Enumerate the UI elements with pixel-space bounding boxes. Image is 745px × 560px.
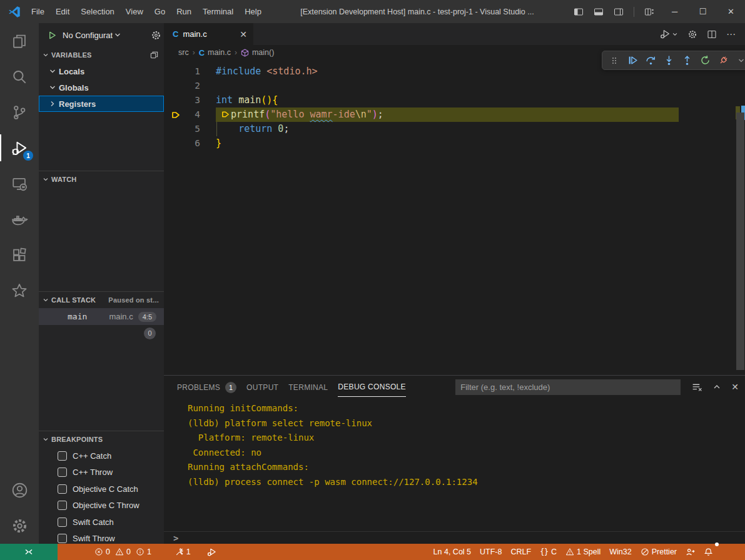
split-editor-icon[interactable] (707, 29, 717, 39)
platform-indicator[interactable]: Win32 (605, 544, 636, 560)
breakpoint-swift-throw[interactable]: Swift Throw (39, 531, 164, 544)
notifications-bell-icon[interactable] (699, 544, 717, 560)
code-line-6[interactable]: 6} (164, 136, 745, 151)
maximize-panel-icon[interactable] (712, 382, 721, 391)
toggle-panel-icon[interactable] (594, 7, 604, 17)
spell-checker-status[interactable]: 1 Spell (561, 544, 605, 560)
minimize-button[interactable]: ─ (661, 0, 689, 23)
step-over-icon[interactable] (644, 54, 657, 68)
call-stack-header[interactable]: CALL STACK Paused on st... (39, 292, 164, 308)
stack-frame-row[interactable]: main main.c 4:5 (39, 308, 164, 325)
menu-terminal[interactable]: Terminal (197, 0, 239, 23)
variables-item-locals[interactable]: Locals (39, 63, 164, 79)
account-icon[interactable] (0, 472, 39, 508)
search-icon[interactable] (0, 59, 39, 94)
customize-layout-icon[interactable] (644, 7, 654, 17)
menu-view[interactable]: View (120, 0, 149, 23)
editor-settings-gear-icon[interactable] (687, 29, 697, 39)
remote-explorer-icon[interactable] (0, 166, 39, 201)
close-panel-icon[interactable]: ✕ (731, 382, 739, 392)
panel-tab-problems[interactable]: PROBLEMS1 (177, 376, 236, 398)
panel-tab-output[interactable]: OUTPUT (246, 378, 278, 397)
glyph-margin[interactable] (164, 79, 188, 93)
toggle-secondary-sidebar-icon[interactable] (614, 7, 624, 17)
breakpoint-objective-c-throw[interactable]: Objective C Throw (39, 498, 164, 514)
continue-icon[interactable] (626, 54, 639, 68)
debug-settings-gear-icon[interactable] (151, 30, 161, 41)
debug-console-input[interactable]: > (164, 531, 745, 544)
checkbox[interactable] (58, 484, 67, 494)
toggle-sidebar-icon[interactable] (574, 7, 584, 17)
cursor-position[interactable]: Ln 4, Col 5 (429, 544, 475, 560)
menu-edit[interactable]: Edit (50, 0, 75, 23)
glyph-margin[interactable] (164, 122, 188, 136)
tab-main-c[interactable]: C main.c ✕ (164, 23, 253, 45)
extensions-icon[interactable] (0, 237, 39, 272)
checkbox[interactable] (58, 518, 67, 527)
current-line-arrow-icon[interactable] (164, 108, 188, 122)
more-actions-icon[interactable]: ⋯ (726, 29, 736, 40)
panel-tab-terminal[interactable]: TERMINAL (288, 378, 328, 397)
menu-help[interactable]: Help (239, 0, 267, 23)
start-debug-icon[interactable] (48, 31, 57, 40)
problems-status[interactable]: 0 0 1 (90, 544, 156, 560)
code-line-4[interactable]: 4 printf("hello wamr-ide\n"); (164, 108, 745, 122)
session-row[interactable]: 0 (39, 325, 164, 341)
encoding-indicator[interactable]: UTF-8 (475, 544, 506, 560)
debug-status-icon[interactable] (203, 544, 221, 560)
breakpoint-objective-c-catch[interactable]: Objective C Catch (39, 481, 164, 498)
console-filter-input[interactable] (455, 379, 681, 395)
language-mode[interactable]: {} C (535, 544, 561, 560)
tab-close-icon[interactable]: ✕ (240, 29, 247, 39)
remote-indicator[interactable] (0, 544, 58, 560)
code-line-2[interactable]: 2 (164, 79, 745, 93)
panel-tab-debug-console[interactable]: DEBUG CONSOLE (338, 377, 406, 397)
source-control-icon[interactable] (0, 94, 39, 130)
formatter-status[interactable]: Prettier (636, 544, 681, 560)
menu-go[interactable]: Go (149, 0, 171, 23)
toolchain-status[interactable]: 1 (171, 544, 195, 560)
chevron-down-icon[interactable] (114, 31, 121, 39)
menu-selection[interactable]: Selection (75, 0, 119, 23)
breadcrumb-folder[interactable]: src (178, 48, 189, 57)
checkbox[interactable] (58, 468, 67, 477)
checkbox[interactable] (58, 534, 67, 543)
breakpoint-c-throw[interactable]: C++ Throw (39, 464, 164, 481)
eol-indicator[interactable]: CRLF (506, 544, 535, 560)
restart-icon[interactable] (698, 54, 712, 68)
docker-icon[interactable] (0, 201, 39, 237)
glyph-margin[interactable] (164, 64, 188, 79)
step-out-icon[interactable] (680, 54, 694, 68)
glyph-margin[interactable] (164, 93, 188, 108)
breadcrumb-file[interactable]: C main.c (199, 48, 231, 58)
variables-item-registers[interactable]: Registers (39, 96, 164, 112)
variables-item-globals[interactable]: Globals (39, 79, 164, 96)
menu-run[interactable]: Run (171, 0, 197, 23)
settings-gear-icon[interactable] (0, 508, 39, 544)
maximize-button[interactable]: ☐ (689, 0, 717, 23)
code-editor[interactable]: 1#include <stdio.h>23int main(){4 printf… (164, 60, 745, 375)
code-line-5[interactable]: 5 return 0; (164, 122, 745, 136)
checkbox[interactable] (58, 451, 67, 461)
debug-config-dropdown[interactable]: No Configurat (63, 31, 113, 40)
breakpoints-header[interactable]: BREAKPOINTS (39, 431, 164, 448)
close-button[interactable]: ✕ (717, 0, 745, 23)
chevron-down-icon[interactable] (734, 54, 745, 68)
star-icon[interactable] (0, 272, 39, 308)
explorer-icon[interactable] (0, 23, 39, 59)
feedback-icon[interactable] (681, 544, 699, 560)
run-or-debug-icon[interactable] (660, 29, 678, 39)
editor-scrollbar[interactable] (736, 112, 744, 370)
watch-header[interactable]: WATCH (39, 171, 164, 188)
run-and-debug-icon[interactable]: 1 (0, 130, 39, 166)
step-into-icon[interactable] (662, 54, 676, 68)
breakpoint-c-catch[interactable]: C++ Catch (39, 448, 164, 464)
variables-header[interactable]: VARIABLES (39, 47, 164, 63)
code-line-3[interactable]: 3int main(){ (164, 93, 745, 108)
menu-file[interactable]: File (26, 0, 50, 23)
copy-icon[interactable] (150, 51, 159, 60)
breakpoint-swift-catch[interactable]: Swift Catch (39, 514, 164, 531)
disconnect-icon[interactable] (716, 54, 730, 68)
glyph-margin[interactable] (164, 136, 188, 151)
breadcrumb-symbol[interactable]: main() (241, 48, 274, 57)
